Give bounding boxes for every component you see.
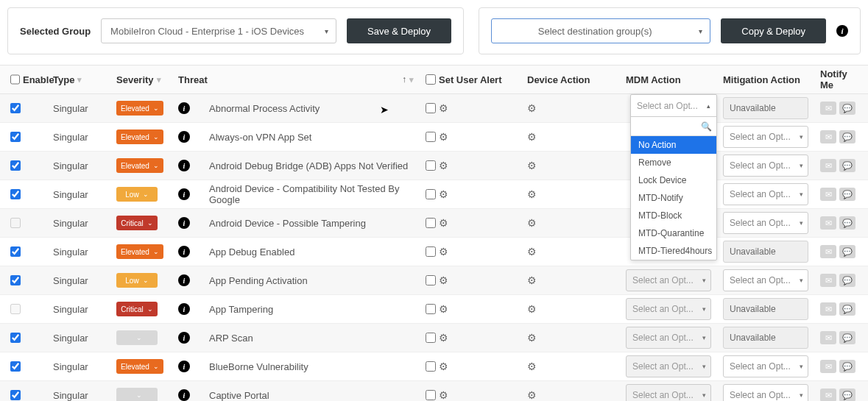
sort-ascending-icon[interactable]: ↑ [402,74,406,85]
sms-icon[interactable]: 💬 [839,302,855,316]
gear-icon[interactable]: ⚙ [527,389,537,401]
enable-checkbox[interactable] [10,160,21,171]
gear-icon[interactable]: ⚙ [439,131,448,143]
gear-icon[interactable]: ⚙ [527,303,537,315]
sms-icon[interactable]: 💬 [839,274,855,287]
gear-icon[interactable]: ⚙ [527,332,537,344]
set-user-alert-checkbox[interactable] [426,103,436,113]
mitigation-action-select[interactable]: Select an Opt...▾ [723,355,808,377]
enable-checkbox[interactable] [10,275,21,285]
set-user-alert-checkbox[interactable] [426,304,436,314]
destination-group-select[interactable]: Select destination group(s) ▾ [491,18,710,43]
set-user-alert-checkbox[interactable] [426,333,436,343]
info-icon[interactable]: i [178,188,190,200]
gear-icon[interactable]: ⚙ [527,131,537,143]
gear-icon[interactable]: ⚙ [527,160,537,171]
mail-icon[interactable]: ✉ [820,159,836,172]
mitigation-action-select[interactable]: Select an Opt...▾ [723,183,808,205]
mitigation-action-select[interactable]: Select an Opt...▾ [723,269,808,291]
enable-checkbox[interactable] [10,246,21,257]
gear-icon[interactable]: ⚙ [439,303,448,315]
mail-icon[interactable]: ✉ [820,130,836,143]
mdm-dropdown-option[interactable]: MTD-Tiered4hours [631,242,716,260]
severity-pill[interactable]: ⌄ [116,388,158,401]
severity-pill[interactable]: Elevated⌄ [116,101,163,116]
info-icon[interactable]: i [178,274,190,286]
gear-icon[interactable]: ⚙ [439,102,448,114]
info-icon[interactable]: i [178,303,190,315]
enable-checkbox[interactable] [10,390,21,400]
set-user-alert-checkbox[interactable] [426,246,436,257]
gear-icon[interactable]: ⚙ [439,188,448,200]
mitigation-action-select[interactable]: Select an Opt...▾ [723,155,808,177]
sms-icon[interactable]: 💬 [839,216,855,230]
gear-icon[interactable]: ⚙ [527,246,537,258]
info-icon[interactable]: i [178,246,190,258]
set-user-alert-checkbox[interactable] [426,218,436,228]
info-icon[interactable]: i [178,131,190,143]
severity-pill[interactable]: ⌄ [116,330,158,345]
enable-checkbox[interactable] [10,333,21,343]
copy-deploy-button[interactable]: Copy & Deploy [721,18,826,43]
severity-pill[interactable]: Elevated⌄ [116,158,163,173]
gear-icon[interactable]: ⚙ [439,361,448,372]
set-user-alert-checkbox[interactable] [426,189,436,199]
info-icon[interactable]: i [178,332,190,344]
info-icon[interactable]: i [178,389,190,401]
gear-icon[interactable]: ⚙ [527,217,537,229]
info-icon[interactable]: i [178,102,190,114]
enable-checkbox[interactable] [10,361,21,372]
sms-icon[interactable]: 💬 [839,159,855,172]
mdm-dropdown-option[interactable]: Remove [631,154,716,171]
mail-icon[interactable]: ✉ [820,360,836,373]
sms-icon[interactable]: 💬 [839,331,855,344]
mdm-dropdown-option[interactable]: MTD-Notify [631,189,716,207]
mail-icon[interactable]: ✉ [820,388,836,401]
mail-icon[interactable]: ✉ [820,331,836,344]
set-user-alert-checkbox[interactable] [426,275,436,285]
mdm-action-select[interactable]: Select an Opt...▾ [626,269,711,291]
selected-group-select[interactable]: MobileIron Cloud - Enterprise 1 - iOS De… [101,18,336,43]
info-icon[interactable]: i [836,25,848,37]
mdm-dropdown-header[interactable]: Select an Opt...▴ [631,95,716,117]
enable-checkbox[interactable] [10,103,21,113]
gear-icon[interactable]: ⚙ [527,188,537,200]
mail-icon[interactable]: ✉ [820,216,836,230]
mail-icon[interactable]: ✉ [820,245,836,258]
mitigation-action-select[interactable]: Select an Opt...▾ [723,384,808,401]
severity-pill[interactable]: Elevated⌄ [116,359,163,374]
severity-pill[interactable]: Elevated⌄ [116,129,163,144]
mdm-dropdown-option[interactable]: No Action [631,136,716,154]
gear-icon[interactable]: ⚙ [527,361,537,372]
info-icon[interactable]: i [178,217,190,229]
mail-icon[interactable]: ✉ [820,274,836,287]
mail-icon[interactable]: ✉ [820,102,836,115]
filter-icon[interactable]: ▾ [157,75,161,85]
sms-icon[interactable]: 💬 [839,130,855,143]
mitigation-action-select[interactable]: Select an Opt...▾ [723,212,808,234]
sms-icon[interactable]: 💬 [839,360,855,373]
severity-pill[interactable]: Critical⌄ [116,302,158,316]
save-deploy-button[interactable]: Save & Deploy [347,18,451,43]
mail-icon[interactable]: ✉ [820,302,836,316]
set-user-alert-checkbox[interactable] [426,361,436,372]
mitigation-action-select[interactable]: Select an Opt...▾ [723,126,808,148]
mdm-action-select[interactable]: Select an Opt...▾ [626,327,711,349]
gear-icon[interactable]: ⚙ [439,160,448,171]
enable-all-checkbox[interactable] [10,74,20,85]
sms-icon[interactable]: 💬 [839,245,855,258]
mail-icon[interactable]: ✉ [820,188,836,201]
info-icon[interactable]: i [178,361,190,372]
severity-pill[interactable]: Low⌄ [116,273,158,288]
filter-icon[interactable]: ▾ [77,75,82,85]
mdm-dropdown-option[interactable]: Lock Device [631,171,716,189]
mdm-action-dropdown[interactable]: Select an Opt...▴🔍No ActionRemoveLock De… [630,94,717,260]
sms-icon[interactable]: 💬 [839,102,855,115]
info-icon[interactable]: i [178,160,190,171]
gear-icon[interactable]: ⚙ [439,274,448,286]
sms-icon[interactable]: 💬 [839,188,855,201]
sms-icon[interactable]: 💬 [839,388,855,401]
set-user-alert-checkbox[interactable] [426,132,436,142]
filter-icon[interactable]: ▾ [409,75,414,85]
severity-pill[interactable]: Critical⌄ [116,216,158,230]
